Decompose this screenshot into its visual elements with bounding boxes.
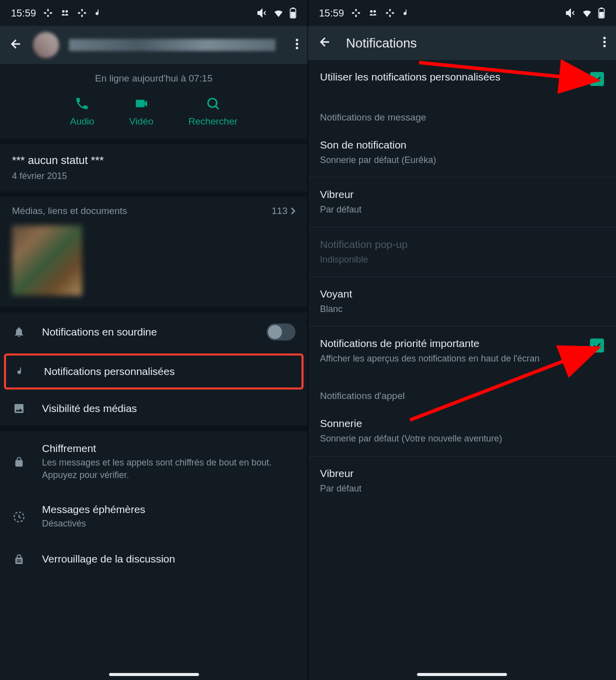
media-section[interactable]: Médias, liens et documents 113 (0, 196, 308, 312)
nav-bar[interactable] (109, 673, 199, 676)
fan-icon (351, 8, 361, 18)
ringtone-row[interactable]: Sonnerie Sonnerie par défaut (Votre nouv… (308, 406, 616, 456)
vibrate-sub: Par défaut (320, 204, 604, 216)
custom-notifications-row[interactable]: Notifications personnalisées (4, 354, 304, 390)
chat-lock-title: Verrouillage de la discussion (42, 553, 296, 565)
message-notifications-header: Notifications de message (308, 97, 616, 128)
avatar[interactable] (33, 32, 59, 58)
more-vert-icon[interactable] (603, 36, 606, 50)
svg-rect-14 (600, 8, 602, 8)
svg-point-8 (208, 98, 217, 108)
lock-icon (12, 456, 26, 468)
ephemeral-title: Messages éphémères (42, 504, 296, 516)
svg-point-16 (604, 41, 606, 44)
battery-icon (290, 8, 296, 18)
settings-list: Notifications en sourdine Notifications … (0, 312, 308, 576)
led-sub: Blanc (320, 303, 604, 315)
timer-icon (12, 510, 26, 524)
contact-header (0, 26, 308, 64)
popup-row: Notification pop-up Indisponible (308, 228, 616, 277)
music-note-icon (14, 366, 28, 377)
status-time: 15:59 (11, 8, 36, 19)
video-label: Vidéo (130, 116, 154, 127)
status-bar: 15:59 (0, 0, 308, 26)
use-custom-title: Utiliser les notifications personnalisée… (320, 71, 581, 83)
last-seen-label: En ligne aujourd'hui à 07:15 (0, 64, 308, 88)
back-arrow-icon[interactable] (9, 37, 23, 53)
status-section[interactable]: *** aucun statut *** 4 février 2015 (0, 144, 308, 196)
popup-title: Notification pop-up (320, 238, 604, 250)
svg-point-0 (62, 10, 64, 12)
mute-toggle[interactable] (266, 324, 296, 340)
phone-left-contact-info: 15:59 (0, 0, 308, 680)
media-label: Médias, liens et documents (12, 206, 127, 216)
ringtone-title: Sonnerie (320, 418, 604, 430)
svg-rect-13 (600, 12, 604, 18)
call-vibrate-sub: Par défaut (320, 482, 604, 494)
bell-icon (12, 326, 26, 338)
video-call-button[interactable]: Vidéo (130, 96, 154, 127)
image-icon (12, 402, 26, 414)
led-row[interactable]: Voyant Blanc (308, 277, 616, 326)
media-thumbnail[interactable] (12, 226, 82, 296)
priority-row[interactable]: Notifications de priorité importante Aff… (308, 326, 616, 376)
svg-point-5 (296, 39, 298, 42)
status-date: 4 février 2015 (12, 171, 296, 182)
use-custom-row[interactable]: Utiliser les notifications personnalisée… (308, 60, 616, 97)
nav-bar[interactable] (417, 673, 507, 676)
fan-icon (43, 8, 53, 18)
svg-rect-3 (291, 12, 296, 18)
use-custom-checkbox[interactable] (590, 72, 604, 86)
status-time: 15:59 (319, 8, 344, 19)
audio-label: Audio (70, 116, 94, 127)
popup-sub: Indisponible (320, 254, 604, 266)
music-note-icon (402, 8, 411, 18)
status-bar: 15:59 (308, 0, 616, 26)
svg-point-10 (370, 10, 372, 12)
visibility-title: Visibilité des médias (42, 402, 296, 414)
group-icon (60, 8, 70, 18)
ephemeral-sub: Désactivés (42, 518, 296, 530)
mute-icon (256, 8, 268, 18)
priority-checkbox[interactable] (590, 338, 604, 352)
led-title: Voyant (320, 288, 604, 300)
back-arrow-icon[interactable] (318, 35, 332, 51)
fan-icon-2 (385, 8, 395, 18)
page-title: Notifications (346, 36, 589, 51)
wifi-icon (272, 7, 284, 19)
svg-point-1 (66, 10, 68, 12)
contact-name-blurred (69, 39, 276, 51)
wifi-icon (581, 7, 593, 19)
notification-sound-row[interactable]: Son de notification Sonnerie par défaut … (308, 128, 616, 178)
custom-notif-title: Notifications personnalisées (44, 366, 294, 378)
more-vert-icon[interactable] (296, 38, 298, 52)
sound-title: Son de notification (320, 139, 604, 151)
group-icon (368, 8, 378, 18)
action-row: Audio Vidéo Rechercher (0, 88, 308, 144)
music-note-icon (94, 8, 103, 18)
encryption-row[interactable]: Chiffrement Les messages et les appels s… (0, 432, 308, 492)
search-button[interactable]: Rechercher (188, 96, 238, 127)
search-label: Rechercher (188, 116, 238, 127)
notifications-header: Notifications (308, 26, 616, 60)
mute-notifications-row[interactable]: Notifications en sourdine (0, 312, 308, 352)
chat-lock-row[interactable]: Verrouillage de la discussion (0, 542, 308, 576)
battery-icon (598, 8, 605, 18)
chevron-right-icon (290, 207, 296, 215)
audio-call-button[interactable]: Audio (70, 96, 94, 127)
mute-icon (565, 8, 576, 18)
media-count: 113 (272, 206, 296, 216)
ephemeral-row[interactable]: Messages éphémères Désactivés (0, 492, 308, 541)
mute-title: Notifications en sourdine (42, 326, 250, 338)
svg-rect-4 (292, 8, 294, 8)
svg-point-17 (604, 45, 606, 48)
media-visibility-row[interactable]: Visibilité des médias (0, 392, 308, 426)
ringtone-sub: Sonnerie par défaut (Votre nouvelle aven… (320, 432, 604, 444)
priority-sub: Afficher les aperçus des notifications e… (320, 352, 581, 364)
call-vibrate-row[interactable]: Vibreur Par défaut (308, 456, 616, 506)
vibrate-row[interactable]: Vibreur Par défaut (308, 178, 616, 227)
sound-sub: Sonnerie par défaut (Eurêka) (320, 154, 604, 166)
svg-point-6 (296, 43, 298, 46)
priority-title: Notifications de priorité importante (320, 338, 581, 350)
chat-lock-icon (12, 552, 26, 566)
